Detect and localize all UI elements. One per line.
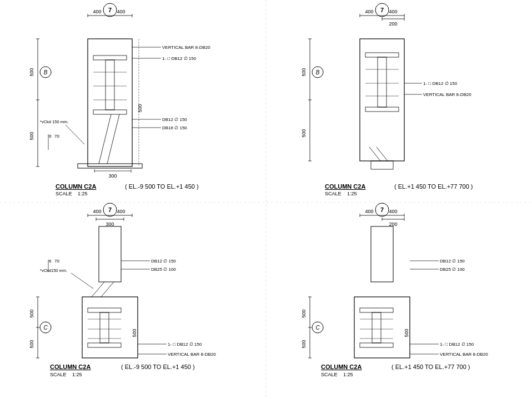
svg-line-101 xyxy=(101,282,114,297)
title-top-right: COLUMN C2A xyxy=(325,183,365,190)
svg-text:500: 500 xyxy=(29,340,34,348)
svg-text:DB12 ∅ 150: DB12 ∅ 150 xyxy=(440,259,465,264)
svg-text:500: 500 xyxy=(29,309,34,317)
svg-text:1:25: 1:25 xyxy=(78,191,88,196)
svg-rect-8 xyxy=(88,39,132,166)
svg-rect-149 xyxy=(360,308,393,312)
svg-rect-151 xyxy=(360,343,393,347)
svg-rect-148 xyxy=(354,297,410,358)
svg-rect-105 xyxy=(88,343,121,347)
svg-text:1- □ DB12 ∅ 150: 1- □ DB12 ∅ 150 xyxy=(168,342,202,347)
svg-text:( EL.+1 450   TO  EL.+77 700 ): ( EL.+1 450 TO EL.+77 700 ) xyxy=(394,183,473,190)
svg-text:1:25: 1:25 xyxy=(347,191,357,196)
svg-text:500: 500 xyxy=(29,132,34,140)
svg-rect-17 xyxy=(78,164,142,168)
svg-text:500: 500 xyxy=(301,68,307,76)
svg-rect-10 xyxy=(106,60,114,110)
svg-text:DB25 ∅ 100: DB25 ∅ 100 xyxy=(440,267,465,272)
svg-text:400: 400 xyxy=(389,209,397,214)
svg-rect-62 xyxy=(365,53,399,57)
svg-text:C: C xyxy=(43,325,48,331)
svg-text:*vCkd 150 mm.: *vCkd 150 mm. xyxy=(40,119,68,124)
svg-text:B: B xyxy=(44,69,48,75)
svg-rect-99 xyxy=(99,226,121,282)
svg-text:SCALE: SCALE xyxy=(56,191,72,196)
svg-text:1- □ DB12 ∅ 150: 1- □ DB12 ∅ 150 xyxy=(423,81,458,86)
svg-line-38 xyxy=(66,125,84,144)
svg-text:1:25: 1:25 xyxy=(72,372,82,377)
svg-text:6: 6 xyxy=(49,134,52,139)
svg-rect-103 xyxy=(88,308,121,312)
svg-text:DB12 ∅ 150: DB12 ∅ 150 xyxy=(162,117,187,122)
svg-text:400: 400 xyxy=(117,9,125,14)
svg-text:VERTICAL BAR 8-DB20: VERTICAL BAR 8-DB20 xyxy=(162,45,210,50)
svg-rect-68 xyxy=(371,161,393,169)
drawing-area: 7 400 400 500 500 xyxy=(0,0,532,399)
svg-text:400: 400 xyxy=(365,209,373,214)
svg-text:70: 70 xyxy=(54,134,59,139)
svg-text:SCALE: SCALE xyxy=(50,372,67,377)
svg-text:B: B xyxy=(316,69,320,75)
svg-text:500: 500 xyxy=(132,329,137,337)
svg-text:70: 70 xyxy=(54,259,59,264)
svg-text:6: 6 xyxy=(49,259,52,264)
svg-text:400: 400 xyxy=(93,209,101,214)
svg-text:SCALE: SCALE xyxy=(321,372,338,377)
svg-text:500: 500 xyxy=(301,129,307,137)
svg-text:300: 300 xyxy=(108,173,117,179)
svg-line-70 xyxy=(377,147,388,161)
svg-text:C: C xyxy=(315,325,320,331)
title-top-left: COLUMN C2A xyxy=(56,183,96,190)
svg-text:VERTICAL BAR 8-DB20: VERTICAL BAR 8-DB20 xyxy=(168,352,216,357)
svg-text:7: 7 xyxy=(108,206,112,213)
svg-text:400: 400 xyxy=(117,209,125,214)
svg-text:VERTICAL BAR 8-DB20: VERTICAL BAR 8-DB20 xyxy=(423,92,471,97)
svg-text:( EL.-9 500  TO  EL.+1 450 ): ( EL.-9 500 TO EL.+1 450 ) xyxy=(121,363,195,370)
svg-text:( EL.-9 500  TO  EL.+1 450 ): ( EL.-9 500 TO EL.+1 450 ) xyxy=(125,183,199,190)
svg-text:DB12 ∅ 150: DB12 ∅ 150 xyxy=(151,259,176,264)
svg-text:7: 7 xyxy=(380,206,384,213)
svg-line-119 xyxy=(71,273,93,289)
svg-text:DB16 ∅ 150: DB16 ∅ 150 xyxy=(162,125,187,130)
svg-text:1:25: 1:25 xyxy=(343,372,353,377)
title-bottom-left: COLUMN C2A xyxy=(50,363,91,370)
svg-text:500: 500 xyxy=(29,68,34,76)
svg-rect-63 xyxy=(378,57,387,107)
svg-text:500: 500 xyxy=(404,329,409,337)
svg-text:7: 7 xyxy=(380,7,384,13)
svg-line-100 xyxy=(92,282,104,297)
svg-rect-147 xyxy=(371,226,393,282)
svg-text:1- □ DB12 ∅ 150: 1- □ DB12 ∅ 150 xyxy=(162,56,197,61)
svg-rect-102 xyxy=(82,297,138,358)
svg-text:DB25 ∅ 100: DB25 ∅ 100 xyxy=(151,267,176,272)
svg-text:SCALE: SCALE xyxy=(325,191,342,196)
svg-text:VERTICAL BAR 8-DB20: VERTICAL BAR 8-DB20 xyxy=(440,352,488,357)
svg-text:400: 400 xyxy=(389,9,397,14)
svg-text:7: 7 xyxy=(108,7,112,13)
svg-rect-64 xyxy=(365,107,399,112)
svg-rect-9 xyxy=(93,55,127,60)
svg-text:1- □ DB12 ∅ 150: 1- □ DB12 ∅ 150 xyxy=(440,342,474,347)
svg-text:( EL.+1 450   TO  EL.+77 700 ): ( EL.+1 450 TO EL.+77 700 ) xyxy=(392,363,470,370)
svg-rect-11 xyxy=(93,110,127,114)
svg-text:500: 500 xyxy=(301,340,307,348)
title-bottom-right: COLUMN C2A xyxy=(321,363,362,370)
svg-text:400: 400 xyxy=(365,9,373,14)
svg-line-69 xyxy=(369,147,380,161)
svg-text:500: 500 xyxy=(137,104,143,112)
svg-text:*vCkd150 mm.: *vCkd150 mm. xyxy=(40,268,67,273)
svg-text:400: 400 xyxy=(93,9,101,14)
svg-text:200: 200 xyxy=(389,21,397,27)
svg-text:500: 500 xyxy=(301,309,307,317)
